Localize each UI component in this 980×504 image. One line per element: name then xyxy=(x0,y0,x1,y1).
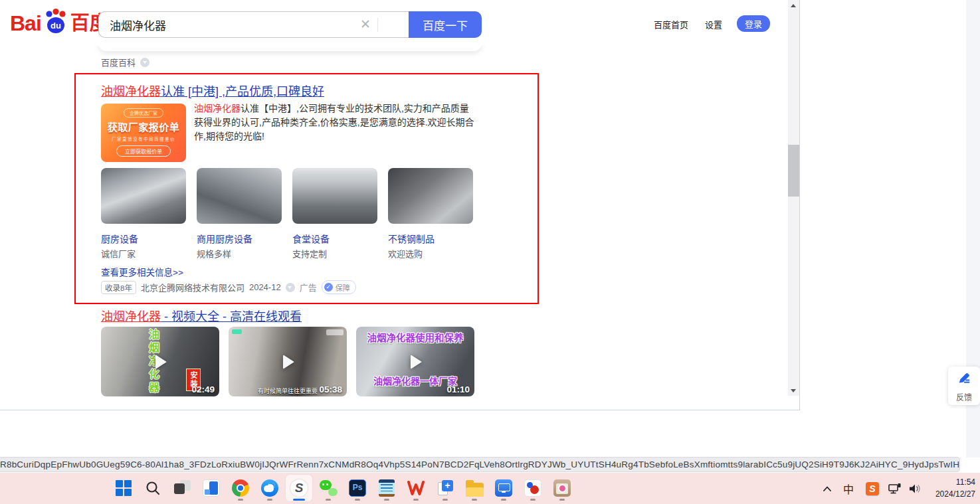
product-link[interactable]: 厨房设备 xyxy=(101,232,138,245)
scrollbar-thumb[interactable] xyxy=(788,145,799,197)
promo-quote-button[interactable]: 立即获取报价单 xyxy=(116,145,171,157)
scrollbar[interactable] xyxy=(788,0,799,396)
product-thumbnail[interactable] xyxy=(292,168,377,224)
login-button[interactable]: 登录 xyxy=(737,15,770,32)
search-icon xyxy=(145,480,161,496)
browser-window: Bai du 百度 ✕ 百度一下 百度首页 设置 登录 xyxy=(0,0,800,410)
chrome-button[interactable] xyxy=(227,475,254,501)
video-duration: 05:38 xyxy=(319,384,342,394)
tray-sogou-icon[interactable]: S xyxy=(864,479,881,499)
product-link[interactable]: 食堂设备 xyxy=(292,232,330,245)
ad-meta-row: 收录8年 北京企腾网络技术有限公司 2024-12 广告 ✓ 保障 xyxy=(101,280,356,294)
new-doc-icon: + xyxy=(437,479,454,497)
product-thumbnail[interactable] xyxy=(388,168,473,224)
sogou-browser-button[interactable]: S xyxy=(286,475,312,501)
logo-text-bai: Bai xyxy=(10,10,41,37)
indexed-age-badge: 收录8年 xyxy=(101,281,136,294)
clear-search-icon[interactable]: ✕ xyxy=(358,17,373,32)
product-subtitle: 规格多样 xyxy=(197,247,231,260)
nav-baidu-home[interactable]: 百度首页 xyxy=(654,18,688,31)
taskbar: S Ps + xyxy=(0,473,980,504)
volume-icon[interactable] xyxy=(906,479,924,499)
clock-date: 2024/12/27 xyxy=(922,488,975,500)
sogou-browser-icon: S xyxy=(290,479,308,497)
svg-text:du: du xyxy=(50,21,61,31)
pencil-icon xyxy=(957,372,971,386)
video-title-keyword: 油烟净化器 xyxy=(101,310,161,323)
pc-manager-button[interactable] xyxy=(490,475,517,501)
search-divider xyxy=(377,18,378,32)
scroll-up-arrow-icon[interactable] xyxy=(788,0,799,11)
check-icon: ✓ xyxy=(324,283,333,292)
photoshop-icon: Ps xyxy=(349,479,366,497)
wechat-button[interactable] xyxy=(315,475,342,501)
search-box[interactable]: ✕ xyxy=(98,11,409,38)
ad-description: 油烟净化器认准【中港】,公司拥有专业的技术团队,实力和产品质量获得业界的认可,产… xyxy=(194,102,476,143)
baike-label: 百度百科 xyxy=(101,56,136,68)
product-thumbnail[interactable] xyxy=(197,168,282,224)
taskbar-search-button[interactable] xyxy=(140,475,166,501)
wps-office-button[interactable] xyxy=(403,475,429,501)
folder-icon xyxy=(466,483,484,497)
photos-app-button[interactable] xyxy=(549,475,575,501)
search-button[interactable]: 百度一下 xyxy=(409,11,482,38)
chevron-down-icon[interactable] xyxy=(286,283,295,292)
art-app-button[interactable] xyxy=(520,475,546,501)
system-tray: 中 S xyxy=(819,473,924,504)
notepad-button[interactable] xyxy=(373,475,400,501)
tray-chevron-up-icon[interactable] xyxy=(819,479,836,499)
play-icon xyxy=(155,355,167,369)
promo-subtitle: 厂家直销没有中间商赚差价 xyxy=(112,135,175,142)
advertiser-name: 北京企腾网络技术有限公司 xyxy=(141,281,245,294)
product-thumbnail[interactable] xyxy=(101,168,186,224)
photoshop-button[interactable]: Ps xyxy=(344,475,371,501)
scroll-down-arrow-icon[interactable] xyxy=(788,385,799,396)
play-icon xyxy=(283,355,294,369)
network-icon[interactable] xyxy=(886,479,904,499)
qq-browser-button[interactable] xyxy=(256,475,283,501)
video-title-rest: - 视频大全 - 高清在线观看 xyxy=(161,310,302,323)
baidu-header: Bai du 百度 ✕ 百度一下 百度首页 设置 登录 xyxy=(0,0,788,45)
desktop: Bai du 百度 ✕ 百度一下 百度首页 设置 登录 xyxy=(0,0,980,504)
promo-image[interactable]: 企腾优选厂家 获取厂家报价单 厂家直销没有中间商赚差价 立即获取报价单 xyxy=(101,104,186,162)
product-subtitle: 欢迎选购 xyxy=(388,247,423,260)
video-thumbnail[interactable]: 油烟净化器 安装 02:49 xyxy=(101,327,219,396)
wps-office-icon xyxy=(407,480,425,496)
ime-indicator[interactable]: 中 xyxy=(840,479,857,499)
pc-manager-icon xyxy=(495,479,512,497)
more-info-link[interactable]: 查看更多相关信息>> xyxy=(101,265,183,278)
task-view-button[interactable] xyxy=(169,475,195,501)
promo-headline: 获取厂家报价单 xyxy=(108,120,180,133)
ad-title-link[interactable]: 油烟净化器认准 [中港] ,产品优质,口碑良好 xyxy=(101,82,324,99)
chrome-icon xyxy=(232,479,249,497)
feedback-button[interactable]: 反馈 xyxy=(948,367,980,405)
notepad-icon xyxy=(379,479,395,497)
nav-settings[interactable]: 设置 xyxy=(705,18,722,31)
art-app-icon xyxy=(524,479,541,497)
baike-source-row[interactable]: 百度百科 xyxy=(101,56,149,68)
layout-app-button[interactable] xyxy=(198,475,225,501)
product-link[interactable]: 不锈钢制品 xyxy=(388,232,435,245)
clock-time: 11:54 xyxy=(922,476,975,488)
baidu-logo[interactable]: Bai du 百度 xyxy=(10,7,109,37)
start-button[interactable] xyxy=(110,475,137,501)
video-section-title-link[interactable]: 油烟净化器 - 视频大全 - 高清在线观看 xyxy=(101,307,302,324)
product-link[interactable]: 商用厨房设备 xyxy=(197,232,252,245)
video-thumbnail[interactable]: 油烟净化器使用和保养 油烟净化器一体厂家 01:10 xyxy=(356,327,474,396)
new-doc-button[interactable]: + xyxy=(432,475,458,501)
video-corner-label xyxy=(326,329,343,335)
guarantee-badge[interactable]: ✓ 保障 xyxy=(322,280,356,294)
baidu-paw-icon: du xyxy=(42,7,70,37)
qq-browser-icon xyxy=(261,479,278,497)
taskbar-clock[interactable]: 11:54 2024/12/27 xyxy=(922,476,975,500)
file-explorer-button[interactable] xyxy=(461,475,488,501)
video-duration: 02:49 xyxy=(191,384,215,394)
wechat-icon xyxy=(320,480,338,497)
status-text: R8bCuriDqpEpFhwUb0GUeg59C6-80Al1ha8_3FDz… xyxy=(0,460,960,469)
promo-tag: 企腾优选厂家 xyxy=(124,108,163,118)
search-input[interactable] xyxy=(110,14,349,35)
chevron-down-icon[interactable] xyxy=(140,58,149,67)
video-thumbnail[interactable]: 有时候简单往往更重要 05:38 xyxy=(229,327,347,396)
layout-app-icon xyxy=(203,479,220,497)
feedback-label: 反馈 xyxy=(948,391,980,402)
